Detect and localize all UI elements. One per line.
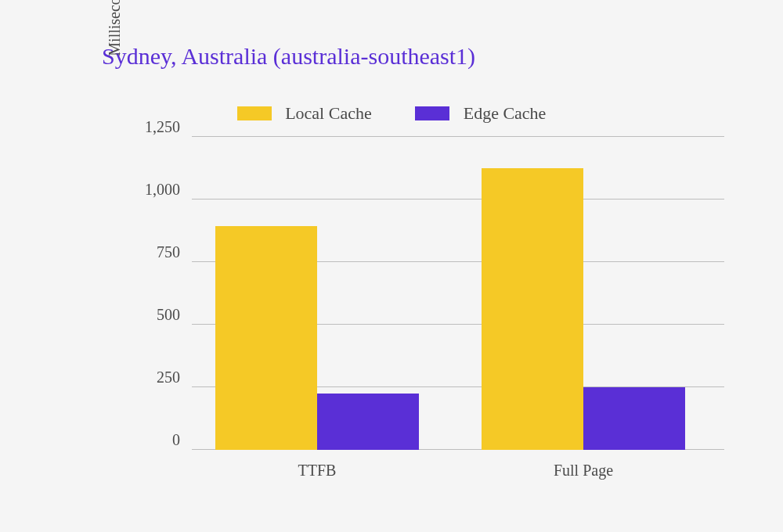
legend-item-edge-cache: Edge Cache bbox=[415, 102, 546, 124]
legend-item-local-cache: Local Cache bbox=[237, 102, 372, 124]
grid-line bbox=[192, 199, 724, 200]
legend-label-edge-cache: Edge Cache bbox=[464, 103, 547, 123]
plot-area: 0 250 500 750 1,000 1,250 TTFB Full Page bbox=[192, 137, 724, 450]
legend-label-local-cache: Local Cache bbox=[285, 103, 372, 123]
legend-swatch-local-cache bbox=[237, 106, 272, 120]
y-tick-label: 1,000 bbox=[125, 181, 180, 199]
y-tick-label: 250 bbox=[125, 368, 180, 386]
bar-ttfb-local-cache bbox=[215, 226, 317, 450]
grid-line bbox=[192, 136, 724, 137]
y-tick-label: 1,250 bbox=[125, 118, 180, 136]
y-tick-label: 0 bbox=[125, 431, 180, 449]
bar-fullpage-edge-cache bbox=[583, 387, 685, 450]
legend-swatch-edge-cache bbox=[415, 106, 449, 120]
y-tick-label: 500 bbox=[125, 306, 180, 324]
x-tick-label-ttfb: TTFB bbox=[215, 462, 419, 480]
x-tick-label-fullpage: Full Page bbox=[482, 462, 685, 480]
y-axis-label: Milliseconds bbox=[106, 0, 124, 160]
chart-title: Sydney, Australia (australia-southeast1) bbox=[102, 43, 475, 70]
y-tick-label: 750 bbox=[125, 243, 180, 261]
chart-container: Sydney, Australia (australia-southeast1)… bbox=[0, 0, 783, 532]
bar-fullpage-local-cache bbox=[482, 168, 583, 450]
bar-ttfb-edge-cache bbox=[317, 394, 419, 450]
